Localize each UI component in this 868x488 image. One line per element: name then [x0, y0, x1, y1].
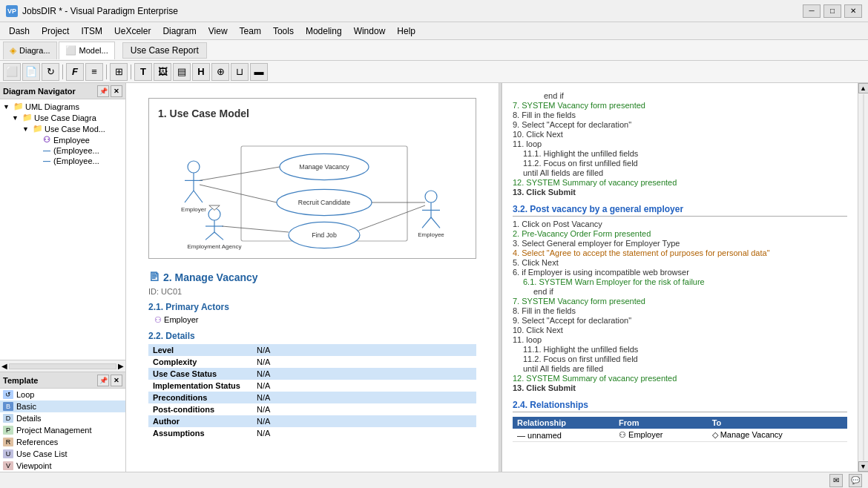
template-pin-button[interactable]: 📌 [97, 375, 109, 386]
tab-diagram[interactable]: ◈ Diagra... [3, 42, 57, 59]
title-bar-controls[interactable]: ─ □ ✕ [803, 4, 862, 18]
tab-model[interactable]: ⬜ Model... [59, 42, 115, 59]
menu-uexceler[interactable]: UeXceler [108, 24, 157, 38]
template-item-basic[interactable]: B Basic [0, 400, 125, 412]
menu-itsm[interactable]: ITSM [75, 24, 108, 38]
section2-title: 🖹 2. Manage Vacancy [148, 271, 476, 284]
details-row: Use Case StatusN/A [148, 368, 476, 380]
maximize-button[interactable]: □ [823, 4, 841, 18]
svg-text:Employee: Employee [418, 231, 444, 238]
menu-help[interactable]: Help [391, 24, 421, 38]
svg-line-29 [358, 205, 425, 231]
toolbar: ⬜ 📄 ↻ F ≡ ⊞ T 🖼 ▤ H ⊕ ⊔ ▬ [0, 61, 868, 83]
navigator-tree: ▼ 📁 UML Diagrams ▼ 📁 Use Case Diagra ▼ 📁… [0, 99, 125, 360]
actor-icon-employee: ⚇ [43, 135, 50, 145]
center-content: 1. Use Case Model Employer [126, 83, 499, 472]
report-tab-button[interactable]: Use Case Report [122, 42, 207, 59]
tab-diagram-label: Diagra... [19, 46, 50, 55]
right-section-header: 2.4. Relationships [513, 400, 847, 412]
template-item-pm[interactable]: P Project Management [0, 424, 125, 436]
template-loop-label: Loop [16, 390, 34, 399]
svg-point-0 [188, 161, 200, 173]
details-row: LevelN/A [148, 344, 476, 356]
tool-copy[interactable]: ⊔ [231, 63, 249, 81]
tree-item-employee3[interactable]: — (Employee... [1, 156, 124, 166]
details-row: Implementation StatusN/A [148, 380, 476, 392]
right-panel-line: 2. Pre-Vacancy Order Form presented [513, 229, 847, 238]
scroll-right-arrow[interactable]: ▶ [118, 362, 124, 370]
tool-excel[interactable]: ⊞ [110, 63, 128, 81]
status-email-icon[interactable]: ✉ [829, 474, 843, 487]
tool-lines[interactable]: ≡ [85, 63, 103, 81]
tab-model-label: Model... [79, 46, 108, 55]
tool-new[interactable]: ⬜ [3, 63, 21, 81]
template-item-details[interactable]: D Details [0, 412, 125, 424]
diagram-area: 1. Use Case Model Employer [148, 98, 476, 259]
menu-dash[interactable]: Dash [3, 24, 36, 38]
tool-text[interactable]: T [134, 63, 152, 81]
template-item-loop[interactable]: ↺ Loop [0, 389, 125, 400]
right-panel-line: 11.2. Focus on first unfilled field [513, 355, 847, 363]
template-item-ucl[interactable]: U Use Case List [0, 448, 125, 460]
right-section-header: 3.2. Post vacancy by a general employer [513, 204, 847, 217]
menu-team[interactable]: Team [234, 24, 267, 38]
nav-pin-button[interactable]: 📌 [97, 85, 109, 97]
scroll-thumb[interactable] [863, 94, 864, 461]
svg-line-4 [194, 191, 203, 202]
navigator-header-buttons: 📌 ✕ [97, 85, 122, 97]
actor-employee: Employee [418, 191, 444, 238]
detail-value: N/A [252, 368, 476, 380]
tool-font[interactable]: F [66, 63, 84, 81]
scroll-track[interactable] [9, 363, 116, 369]
template-close-button[interactable]: ✕ [111, 375, 122, 386]
nav-close-button[interactable]: ✕ [111, 85, 122, 97]
menu-diagram[interactable]: Diagram [157, 24, 202, 38]
right-panel-line: until All fields are filled [513, 364, 847, 373]
detail-label: Author [148, 415, 252, 427]
details-row: Post-conditionsN/A [148, 403, 476, 415]
tool-header[interactable]: H [192, 63, 210, 81]
tree-item-employee[interactable]: ⚇ Employee [1, 134, 124, 145]
menu-modeling[interactable]: Modeling [300, 24, 348, 38]
tree-item-uml[interactable]: ▼ 📁 UML Diagrams [1, 101, 124, 112]
tree-item-employee2[interactable]: — (Employee... [1, 145, 124, 156]
right-panel-line: end if [513, 91, 847, 100]
template-ucl-icon: U [3, 449, 13, 458]
minimize-button[interactable]: ─ [803, 4, 821, 18]
main-layout: Diagram Navigator 📌 ✕ ▼ 📁 UML Diagrams ▼… [0, 83, 868, 472]
rel-table-cell: ◇ Manage Vacancy [708, 429, 847, 442]
tool-add[interactable]: ⊕ [211, 63, 229, 81]
tool-open[interactable]: 📄 [22, 63, 40, 81]
template-title: Template [3, 376, 38, 385]
scroll-left-arrow[interactable]: ◀ [1, 362, 7, 370]
tree-item-usecase-diagrams[interactable]: ▼ 📁 Use Case Diagra [1, 112, 124, 123]
template-panel: Template 📌 ✕ ↺ Loop B Basic D Details [0, 372, 125, 472]
navigator-header: Diagram Navigator 📌 ✕ [0, 83, 125, 99]
tool-minus[interactable]: ▬ [250, 63, 268, 81]
menu-view[interactable]: View [203, 24, 234, 38]
right-panel-line: 12. SYSTEM Summary of vacancy presented [513, 374, 847, 383]
right-panel-line: 9. Select "Accept for declaration" [513, 316, 847, 325]
svg-line-3 [185, 191, 194, 202]
tree-item-usecase-model[interactable]: ▼ 📁 Use Case Mod... [1, 123, 124, 134]
tool-table[interactable]: ▤ [173, 63, 191, 81]
detail-label: Implementation Status [148, 380, 252, 392]
template-loop-icon: ↺ [3, 390, 13, 399]
scroll-up-button[interactable]: ▲ [858, 83, 869, 93]
template-item-references[interactable]: R References [0, 436, 125, 448]
menu-window[interactable]: Window [348, 24, 392, 38]
nav-scroll: ◀ ▶ [0, 360, 125, 372]
close-button[interactable]: ✕ [844, 4, 862, 18]
menu-bar: Dash Project ITSM UeXceler Diagram View … [0, 22, 868, 40]
template-item-viewpoint[interactable]: V Viewpoint [0, 460, 125, 472]
title-bar-left: VP JobsDIR * - Visual Paradigm Enterpris… [6, 5, 178, 17]
tool-image[interactable]: 🖼 [154, 63, 171, 81]
menu-tools[interactable]: Tools [267, 24, 300, 38]
status-chat-icon[interactable]: 💬 [849, 474, 862, 487]
rel-table-header: From [614, 417, 708, 429]
detail-value: N/A [252, 344, 476, 356]
menu-project[interactable]: Project [36, 24, 75, 38]
diagram-title: 1. Use Case Model [158, 108, 467, 119]
tool-refresh[interactable]: ↻ [42, 63, 59, 81]
scroll-down-button[interactable]: ▼ [858, 461, 869, 472]
